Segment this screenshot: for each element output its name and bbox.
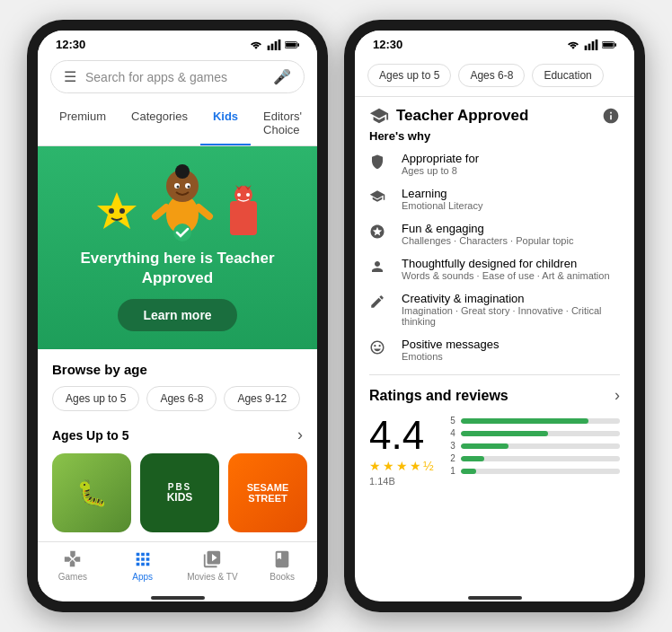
- bar-track-2: [461, 456, 620, 461]
- status-time-left: 12:30: [56, 38, 85, 51]
- chip-ages-6-8[interactable]: Ages 6-8: [146, 386, 217, 411]
- wifi-icon: [249, 40, 263, 50]
- bar-track-1: [461, 469, 620, 474]
- smile-icon: [369, 339, 391, 359]
- reason-positive-label: Positive messages: [402, 338, 499, 351]
- apps-icon: [133, 549, 153, 569]
- rating-score: 4.4: [369, 416, 434, 455]
- app-sesame-street[interactable]: SESAMESTREET: [228, 453, 307, 532]
- reason-learning-detail: Emotional Literacy: [402, 200, 483, 211]
- svg-point-15: [176, 186, 179, 189]
- cup-character: [221, 183, 266, 241]
- bar-fill-1: [461, 469, 477, 474]
- svg-line-17: [155, 207, 166, 216]
- nav-games-label: Games: [58, 572, 87, 582]
- mic-icon[interactable]: 🎤: [273, 68, 291, 85]
- hero-banner: Everything here is Teacher Approved Lear…: [38, 146, 317, 349]
- right-content: Teacher Approved Here's why Appropriate …: [355, 97, 634, 592]
- rating-left: 4.4 ★ ★ ★ ★ ½ 1.14B: [369, 416, 434, 487]
- star-half: ½: [423, 459, 434, 473]
- ratings-header: Ratings and reviews ›: [369, 386, 620, 405]
- signal-icon: [267, 40, 281, 50]
- books-icon: [272, 549, 292, 569]
- main-character: [151, 161, 214, 241]
- reason-fun: Fun & engaging Challenges · Characters ·…: [369, 222, 620, 246]
- status-time-right: 12:30: [373, 38, 402, 51]
- reason-designed-detail: Words & sounds · Ease of use · Art & ani…: [402, 270, 610, 281]
- nav-books-label: Books: [270, 572, 295, 582]
- learn-more-button[interactable]: Learn more: [118, 299, 236, 331]
- bar-fill-4: [461, 431, 549, 436]
- ratings-section: Ratings and reviews › 4.4 ★ ★ ★ ★ ½: [369, 386, 620, 487]
- hero-text: Everything here is Teacher Approved: [52, 249, 303, 288]
- reason-appropriate-detail: Ages up to 8: [402, 165, 479, 176]
- reason-learning-label: Learning: [402, 187, 483, 200]
- info-icon[interactable]: [602, 107, 620, 125]
- tab-editors-choice[interactable]: Editors' Choice: [251, 101, 314, 145]
- star-3: ★: [396, 459, 408, 473]
- reason-appropriate: Appropriate for Ages up to 8: [369, 152, 620, 176]
- svg-rect-0: [268, 45, 270, 49]
- ages-up-to-5-title: Ages Up to 5: [52, 428, 129, 443]
- ages-up-to-5-arrow[interactable]: ›: [297, 426, 303, 444]
- wifi-icon-right: [566, 40, 580, 50]
- svg-point-8: [109, 208, 114, 214]
- nav-games[interactable]: Games: [38, 549, 108, 582]
- right-phone-screen: 12:30 Ages up to 5 Ages 6-8 Education: [355, 31, 634, 601]
- browse-title: Browse by age: [52, 362, 303, 377]
- reason-fun-content: Fun & engaging Challenges · Characters ·…: [402, 222, 573, 246]
- svg-rect-2: [275, 41, 278, 50]
- svg-point-16: [187, 186, 190, 189]
- search-bar[interactable]: ☰ Search for apps & games 🎤: [50, 60, 305, 93]
- reason-designed: Thoughtfully designed for children Words…: [369, 257, 620, 281]
- hamburger-icon: ☰: [64, 68, 76, 85]
- chip-ages-9-12[interactable]: Ages 9-12: [224, 386, 300, 411]
- home-indicator-right: [468, 596, 522, 600]
- left-phone: 12:30 ☰ Search for apps & games 🎤 Premiu…: [27, 20, 328, 612]
- reason-positive-content: Positive messages Emotions: [402, 338, 499, 362]
- app-pbs-kids[interactable]: PBS KIDS: [140, 453, 219, 532]
- sesame-thumb-art: SESAMESTREET: [228, 453, 307, 532]
- svg-rect-27: [596, 40, 598, 50]
- bar-fill-3: [461, 443, 508, 449]
- chip-ages-up-to-5[interactable]: Ages up to 5: [367, 64, 451, 87]
- hero-characters: [90, 161, 266, 241]
- bar-label-2: 2: [448, 453, 455, 463]
- chip-ages-5[interactable]: Ages up to 5: [52, 386, 139, 411]
- tab-kids[interactable]: Kids: [200, 101, 251, 145]
- ratings-arrow[interactable]: ›: [615, 386, 620, 405]
- svg-rect-25: [588, 43, 591, 49]
- bar-row-5: 5: [448, 416, 620, 426]
- bar-row-3: 3: [448, 441, 620, 451]
- bar-row-2: 2: [448, 453, 620, 463]
- stars-row: ★ ★ ★ ★ ½: [369, 459, 434, 473]
- chip-ages-6-8[interactable]: Ages 6-8: [458, 64, 525, 87]
- search-input-placeholder[interactable]: Search for apps & games: [85, 70, 264, 84]
- ratings-content: 4.4 ★ ★ ★ ★ ½ 1.14B: [369, 416, 620, 487]
- right-phone: 12:30 Ages up to 5 Ages 6-8 Education: [344, 20, 645, 612]
- svg-rect-26: [592, 41, 595, 50]
- learning-icon: [369, 189, 391, 208]
- age-chips: Ages up to 5 Ages 6-8 Ages 9-12: [52, 386, 303, 411]
- nav-books[interactable]: Books: [247, 549, 317, 582]
- star-character: [90, 188, 144, 241]
- svg-rect-29: [615, 43, 616, 46]
- teacher-section: Teacher Approved Here's why Appropriate …: [369, 106, 620, 362]
- nav-apps[interactable]: Apps: [108, 549, 178, 582]
- filter-chips: Ages up to 5 Ages 6-8 Education: [355, 55, 634, 97]
- chip-education[interactable]: Education: [532, 64, 603, 87]
- nav-movies[interactable]: Movies & TV: [178, 549, 248, 582]
- reason-learning: Learning Emotional Literacy: [369, 187, 620, 211]
- svg-rect-6: [286, 42, 296, 47]
- app-caterpillar[interactable]: 🐛: [52, 453, 131, 532]
- svg-point-23: [246, 193, 250, 197]
- status-bar-left: 12:30: [38, 31, 317, 55]
- tab-premium[interactable]: Premium: [47, 101, 119, 145]
- tab-categories[interactable]: Categories: [119, 101, 200, 145]
- nav-movies-label: Movies & TV: [187, 572, 238, 582]
- star-4: ★: [410, 459, 421, 473]
- heres-why: Here's why: [369, 129, 620, 143]
- apps-row: 🐛 PBS KIDS SESAMESTREET: [52, 453, 303, 532]
- shield-icon: [369, 154, 391, 173]
- reason-designed-content: Thoughtfully designed for children Words…: [402, 257, 610, 281]
